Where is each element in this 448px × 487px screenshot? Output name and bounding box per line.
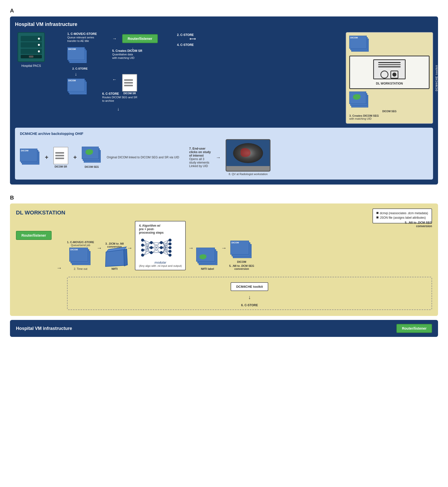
modular-label: modular xyxy=(139,261,182,264)
dl-workstation-main: DL WORKSTATION dcmqi (reassociates .dcm … xyxy=(10,203,438,316)
plus-2: + xyxy=(73,154,77,161)
modular-sublabel: (Any algo with .nii input and output) xyxy=(139,264,182,267)
router-listener-b: Router/listener xyxy=(16,231,52,240)
hospital-vm-bottom: Hospital VM infrastructure Router/listen… xyxy=(10,320,438,337)
b-step5-final-label: 5. .NII to .DCM SEGconversion xyxy=(229,264,254,270)
left-pacs: Hospital PACS xyxy=(15,32,47,124)
svg-point-10 xyxy=(169,239,172,242)
svg-point-4 xyxy=(150,241,153,244)
bullet-2 xyxy=(376,216,378,218)
step8-label: 8. QV at Radiologist workstation xyxy=(229,173,268,176)
arrow-bidir: ⟷ xyxy=(189,36,196,42)
svg-point-6 xyxy=(150,251,153,254)
dashed-area: DCM4CHE toolkit ↓ 6. C-STORE xyxy=(67,277,432,310)
svg-point-1 xyxy=(141,244,144,247)
page-container: A Hospital VM infrastructure Hospital PA… xyxy=(0,0,448,344)
tools-label-2: JSON file (assigns label attributes) xyxy=(380,216,426,219)
tools-item-2: JSON file (assigns label attributes) xyxy=(376,216,428,219)
arrow-nifti-algo: → xyxy=(127,245,132,251)
step1-label: 1. C-MOVE/C-STORE Queue relevant seriest… xyxy=(67,32,97,43)
b-dicom-stack: DICOM xyxy=(69,248,92,266)
step3-label: 3. Creates DICOM SEGwith matching UID xyxy=(349,114,430,120)
b-bottom-section: DCM4CHE toolkit ↓ 6. C-STORE xyxy=(70,282,429,307)
archive-inner: DICOM + DICOM SR + xyxy=(20,139,428,176)
arrow-down-6: ↓ xyxy=(117,106,119,112)
monitor-stand xyxy=(226,166,270,171)
ct-red-overlay xyxy=(241,148,251,157)
arrow-to-router: → xyxy=(112,36,117,41)
pacs-drive-2 xyxy=(21,42,42,48)
monitor-icon xyxy=(226,139,270,172)
dicom-sr-container: DICOM SR xyxy=(122,74,137,95)
nifti-3d-box xyxy=(105,249,125,267)
b-step2-label: 2. Time out xyxy=(74,267,87,270)
flow-area: 1. C-MOVE/C-STORE Queue relevant seriest… xyxy=(52,32,341,124)
arrow-router-to-dicom: → xyxy=(57,265,62,271)
step5-top-label: 5. .NII to .DCM SEGconversion xyxy=(405,221,432,228)
arrow-to-monitor: → xyxy=(216,155,221,160)
dcm4che-toolkit-label: DCM4CHE toolkit xyxy=(231,282,268,291)
b-inner-layout: Router/listener → 1. C-MOVE/C-STORE Queu… xyxy=(16,221,432,310)
hospital-vm-box: Hospital VM infrastructure Hospital PACS xyxy=(10,16,438,185)
step6-label: 6. C-STORE Routes DICOM SEG and SRto arc… xyxy=(102,92,137,102)
b-dicom-final-label: DICOM xyxy=(237,260,246,263)
router-listener-bottom: Router/listener xyxy=(396,324,432,333)
arrow-left-dicom-sr: ← xyxy=(112,77,117,82)
section-a-label: A xyxy=(10,7,438,14)
dcm4che-dicom-stack: DICOM xyxy=(349,36,430,53)
b-dicom-item: 1. C-MOVE/C-STORE Queue/send job DICOM 2… xyxy=(67,241,94,270)
b-algo-item: 4. Algorithm w/pre + post-processing ste… xyxy=(135,221,186,270)
pacs-server-icon xyxy=(17,32,45,62)
neural-net-svg xyxy=(139,236,174,259)
svg-point-3 xyxy=(141,254,144,257)
dl-workstation-box-a: DL WORKSTATION xyxy=(349,56,430,89)
dicom-seg-label: DICOM SEG xyxy=(349,110,430,113)
b-niftilabel-item: NIfTI label xyxy=(196,248,219,270)
tools-label-1: dcmqi (reassociates .dcm metadata) xyxy=(380,211,428,215)
vertical-arrow-cstore: ↓ xyxy=(248,294,251,300)
section-b-label: B xyxy=(10,195,438,201)
step7-label: 7. End-userclicks on studyof interest Op… xyxy=(189,147,211,168)
archive-seg-label: DICOM SEG xyxy=(85,166,99,168)
svg-point-14 xyxy=(169,254,172,257)
svg-point-0 xyxy=(141,239,144,242)
step5-label: 5. Creates DICOM SR Quantitative datawit… xyxy=(112,49,142,60)
section-a: A Hospital VM infrastructure Hospital PA… xyxy=(10,7,438,185)
pacs-label: Hospital PACS xyxy=(21,64,41,68)
pacs-drive-3 xyxy=(21,49,42,54)
archive-sr-label: DICOM SR xyxy=(55,165,67,168)
monitor-item: 8. QV at Radiologist workstation xyxy=(226,139,270,176)
dl-ws-title: DL WORKSTATION xyxy=(16,209,432,216)
b-nifti-item: 3. .DCM to .NIIconversion NIfTI xyxy=(104,242,124,270)
arrow-down-2: ↓ xyxy=(75,72,77,77)
b-top-flow-row: 1. C-MOVE/C-STORE Queue/send job DICOM 2… xyxy=(67,221,432,270)
plus-1: + xyxy=(45,154,48,161)
dcm4che-dicom-seg: DICOM SEG xyxy=(349,92,430,113)
step4-label: 4. C-STORE xyxy=(177,43,194,47)
step2-left-label: 2. C-STORE xyxy=(72,67,88,70)
arrow-dicom-nifti: → xyxy=(96,245,102,251)
b-main-content: 1. C-MOVE/C-STORE Queue/send job DICOM 2… xyxy=(67,221,432,310)
algo-title: 4. Algorithm w/pre + post-processing ste… xyxy=(139,224,182,234)
svg-point-13 xyxy=(169,250,172,253)
dcm4che-toolkit-box: DICOM xyxy=(346,32,433,124)
niftilabel-stack xyxy=(196,248,219,266)
bullet-1 xyxy=(376,212,378,214)
dicom-stack-bottom: DICOM xyxy=(67,79,87,96)
monitor-screen xyxy=(226,140,270,166)
router-btn: Router/listener xyxy=(122,34,158,43)
step7-area: 7. End-userclicks on studyof interest Op… xyxy=(189,147,211,168)
arrow-algo-niftilabel: → xyxy=(188,245,194,251)
svg-point-5 xyxy=(150,246,153,249)
archive-dicom-seg: DICOM SEG xyxy=(82,147,102,168)
niftilabel-label: NIfTI label xyxy=(201,267,214,270)
dicom-sr-icon xyxy=(122,74,137,92)
svg-point-12 xyxy=(169,246,172,249)
dl-workstation-title: DL WORKSTATION xyxy=(376,82,403,85)
dicom-stack-top: DICOM xyxy=(67,47,87,65)
svg-point-9 xyxy=(160,251,163,254)
archive-dicom-sr: DICOM SR xyxy=(53,147,68,168)
dcm4che-area: DCM4CHE toolkit DICOM xyxy=(346,32,433,124)
nifti-label: NIfTI xyxy=(111,267,117,270)
archive-dicom: DICOM xyxy=(20,149,40,166)
